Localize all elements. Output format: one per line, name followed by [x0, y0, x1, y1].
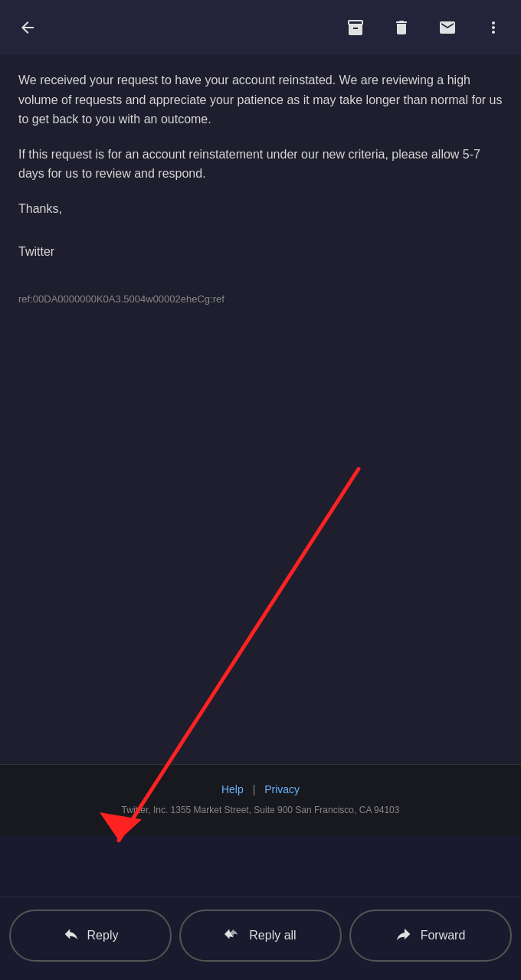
reply-all-icon	[224, 926, 241, 946]
footer-links: Help | Privacy	[15, 783, 506, 795]
bottom-bar: Reply Reply all Forward	[0, 897, 521, 980]
more-button[interactable]	[478, 12, 509, 43]
ref-text: ref:00DA0000000K0A3.5004w00002eheCg:ref	[18, 293, 224, 305]
reply-button[interactable]: Reply	[9, 910, 172, 962]
help-link[interactable]: Help	[221, 783, 244, 795]
toolbar-left	[12, 12, 43, 43]
delete-button[interactable]	[386, 12, 417, 43]
reply-label: Reply	[87, 929, 119, 942]
reply-all-button[interactable]: Reply all	[179, 910, 342, 962]
email-footer: Help | Privacy Twitter, Inc. 1355 Market…	[0, 764, 521, 835]
email-body: We received your request to have your ac…	[18, 70, 503, 308]
footer-separator: |	[253, 783, 256, 795]
body-paragraph-1: We received your request to have your ac…	[18, 70, 503, 129]
body-paragraph-2: If this request is for an account reinst…	[18, 145, 503, 184]
forward-label: Forward	[421, 929, 466, 942]
email-content: We received your request to have your ac…	[0, 55, 521, 764]
thanks-text: Thanks,	[18, 199, 503, 219]
arrow-spacer	[0, 835, 521, 897]
privacy-link[interactable]: Privacy	[264, 783, 300, 795]
signature: Twitter	[18, 242, 503, 262]
footer-address: Twitter, Inc. 1355 Market Street, Suite …	[15, 803, 506, 817]
archive-button[interactable]	[340, 12, 371, 43]
reply-icon	[63, 926, 80, 946]
email-button[interactable]	[432, 12, 463, 43]
reply-all-label: Reply all	[249, 929, 296, 942]
forward-button[interactable]: Forward	[349, 910, 512, 962]
toolbar	[0, 0, 521, 55]
ref-section: ref:00DA0000000K0A3.5004w00002eheCg:ref	[18, 292, 503, 308]
toolbar-actions	[340, 12, 509, 43]
back-button[interactable]	[12, 12, 43, 43]
forward-icon	[396, 926, 413, 946]
